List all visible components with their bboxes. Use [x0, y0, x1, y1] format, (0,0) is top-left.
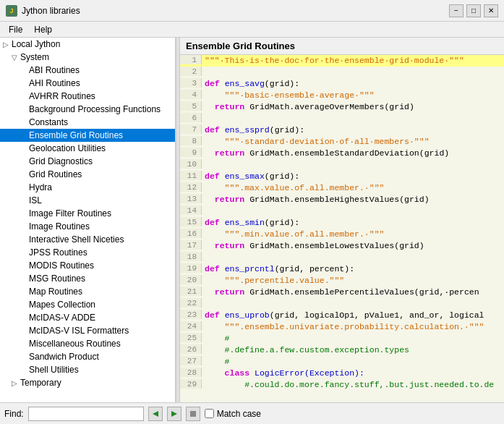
- sidebar-item-local-jython[interactable]: ▷Local Jython: [0, 38, 175, 51]
- menu-help[interactable]: Help: [28, 23, 58, 36]
- sidebar-item-label: Sandwich Product: [29, 352, 99, 362]
- sidebar-item-miscellaneous-routines[interactable]: Miscellaneous Routines: [0, 337, 175, 350]
- line-content: """.max.value.of.all.member.·""": [202, 182, 384, 192]
- line-number: 24: [180, 321, 202, 331]
- sidebar-item-shell-utilities[interactable]: Shell Utilities: [0, 363, 175, 376]
- tree-expand-icon: ▽: [12, 54, 19, 62]
- line-number: 7: [180, 124, 202, 134]
- sidebar-item-image-routines[interactable]: Image Routines: [0, 220, 175, 233]
- line-number: 2: [180, 67, 202, 76]
- sidebar-item-grid-diagnostics[interactable]: Grid Diagnostics: [0, 155, 175, 168]
- match-case-label[interactable]: Match case: [205, 409, 261, 419]
- code-area[interactable]: 1"""·This·is·the·doc·for·the·ensemble·gr…: [180, 55, 504, 402]
- line-number: 27: [180, 356, 202, 365]
- sidebar-item-label: JPSS Routines: [29, 247, 87, 258]
- sidebar-item-jpss-routines[interactable]: JPSS Routines: [0, 246, 175, 259]
- code-line: 13 return GridMath.ensembleHighestValues…: [180, 194, 504, 205]
- find-next-button[interactable]: [167, 407, 181, 421]
- sidebar-item-label: Image Routines: [29, 221, 90, 232]
- line-content: def ens_prcntl(grid, percent):: [202, 263, 354, 274]
- code-line: 11def ens_smax(grid):: [180, 171, 504, 182]
- sidebar-item-grid-routines[interactable]: Grid Routines: [0, 168, 175, 181]
- window-controls: − □ ✕: [449, 4, 498, 17]
- find-input[interactable]: [28, 407, 144, 421]
- find-prev-icon: [151, 410, 160, 418]
- code-line: 23def ens_uprob(grid, logicalOp1, pValue…: [180, 310, 504, 321]
- sidebar-tree: ▷Local Jython▽SystemABI RoutinesAHI Rout…: [0, 38, 175, 389]
- sidebar-item-temporary[interactable]: ▷Temporary: [0, 376, 175, 389]
- line-content: """.percentile.value.""": [202, 275, 344, 285]
- menu-file[interactable]: File: [3, 23, 28, 36]
- maximize-button[interactable]: □: [466, 4, 481, 17]
- find-prev-button[interactable]: [148, 407, 163, 421]
- line-number: 25: [180, 333, 202, 342]
- close-button[interactable]: ✕: [484, 4, 498, 17]
- sidebar-item-constants[interactable]: Constants: [0, 116, 175, 129]
- code-line: 27 #: [180, 356, 504, 368]
- sidebar-item-interactive-shell-niceties[interactable]: Interactive Shell Niceties: [0, 233, 175, 246]
- code-line: 29 #.could.do.more.fancy.stuff,.but.just…: [180, 379, 504, 391]
- sidebar-item-label: Map Routines: [29, 287, 82, 297]
- sidebar-item-ahi-routines[interactable]: AHI Routines: [0, 77, 175, 90]
- sidebar-item-modis-routines[interactable]: MODIS Routines: [0, 259, 175, 272]
- sidebar-item-background-processing[interactable]: Background Processing Functions: [0, 103, 175, 116]
- sidebar-item-geolocation-utilities[interactable]: Geolocation Utilities: [0, 142, 175, 155]
- find-all-button[interactable]: [186, 407, 200, 421]
- line-number: 17: [180, 240, 202, 250]
- sidebar-item-avhrr-routines[interactable]: AVHRR Routines: [0, 90, 175, 103]
- code-line: 2: [180, 67, 504, 78]
- code-line: 17 return GridMath.ensembleLowestValues(…: [180, 240, 504, 252]
- line-number: 4: [180, 90, 202, 99]
- line-number: 20: [180, 275, 202, 284]
- line-content: """·standard·deviation·of·all·members·""…: [202, 136, 430, 146]
- line-content: [202, 113, 205, 114]
- sidebar-item-image-filter-routines[interactable]: Image Filter Routines: [0, 207, 175, 220]
- sidebar-item-sandwich-product[interactable]: Sandwich Product: [0, 350, 175, 363]
- sidebar-item-map-routines[interactable]: Map Routines: [0, 285, 175, 298]
- line-content: #.could.do.more.fancy.stuff,.but.just.ne…: [202, 379, 494, 389]
- minimize-button[interactable]: −: [449, 4, 464, 17]
- sidebar-item-label: Mapes Collection: [29, 300, 95, 310]
- sidebar-item-label: MODIS Routines: [29, 260, 94, 271]
- code-line: 20 """.percentile.value.""": [180, 275, 504, 287]
- code-line: 9 return GridMath.ensembleStandardDeviat…: [180, 148, 504, 159]
- sidebar-item-system[interactable]: ▽System: [0, 51, 175, 64]
- code-panel-title: Ensemble Grid Routines: [180, 38, 504, 55]
- sidebar-item-label: Grid Diagnostics: [29, 156, 93, 166]
- line-content: [202, 298, 205, 299]
- svg-marker-0: [153, 411, 158, 417]
- line-content: [202, 252, 205, 253]
- line-number: 23: [180, 310, 202, 319]
- line-number: 9: [180, 148, 202, 157]
- line-number: 1: [180, 55, 202, 64]
- title-bar-left: J Jython libraries: [6, 5, 80, 17]
- sidebar-item-mcidas-isl-formatters[interactable]: McIDAS-V ISL Formatters: [0, 324, 175, 337]
- tree-expand-icon: ▷: [12, 379, 19, 387]
- sidebar-item-isl[interactable]: ISL: [0, 194, 175, 207]
- line-number: 8: [180, 136, 202, 145]
- code-line: 5 return GridMath.averageOverMembers(gri…: [180, 101, 504, 113]
- sidebar-item-hydra[interactable]: Hydra: [0, 181, 175, 194]
- sidebar-item-label: Image Filter Routines: [29, 208, 111, 219]
- code-line: 1"""·This·is·the·doc·for·the·ensemble·gr…: [180, 55, 504, 67]
- sidebar-item-label: System: [20, 52, 49, 62]
- find-next-icon: [170, 410, 179, 418]
- sidebar-item-label: Shell Utilities: [29, 365, 79, 375]
- match-case-checkbox[interactable]: [205, 409, 214, 418]
- line-content: #: [202, 333, 230, 343]
- code-line: 26 #.define.a.few.custom.exception.types: [180, 344, 504, 356]
- line-number: 3: [180, 78, 202, 88]
- sidebar-item-abi-routines[interactable]: ABI Routines: [0, 64, 175, 77]
- sidebar-item-label: Hydra: [29, 182, 52, 192]
- line-number: 18: [180, 252, 202, 261]
- sidebar-item-mapes-collection[interactable]: Mapes Collection: [0, 298, 175, 311]
- sidebar-item-mcidas-adde[interactable]: McIDAS-V ADDE: [0, 311, 175, 324]
- line-content: """·This·is·the·doc·for·the·ensemble·gri…: [202, 55, 464, 65]
- line-number: 6: [180, 113, 202, 122]
- sidebar-item-label: Local Jython: [12, 39, 60, 49]
- sidebar-item-ensemble-grid-routines[interactable]: Ensemble Grid Routines: [0, 129, 175, 142]
- line-content: return GridMath.ensembleStandardDeviatio…: [202, 148, 449, 158]
- sidebar-item-label: Constants: [29, 117, 68, 127]
- sidebar-item-msg-routines[interactable]: MSG Routines: [0, 272, 175, 285]
- sidebar-item-label: Geolocation Utilities: [29, 143, 106, 153]
